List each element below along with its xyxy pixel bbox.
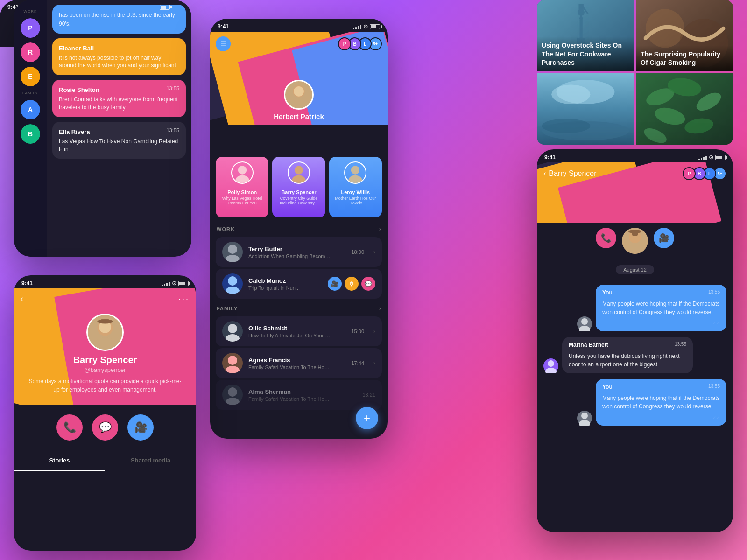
svg-point-16 xyxy=(226,366,240,373)
work-arrow[interactable]: › xyxy=(379,226,381,232)
message-bubble-1[interactable]: Eleanor Ball It is not always possible t… xyxy=(52,38,186,76)
message-list-container: WORK P R E FAMILY A B has been on the ri… xyxy=(14,0,191,257)
hero-banner: ☰ P B L 5+ Herbert Patrick xyxy=(210,32,388,125)
tab-stories[interactable]: Stories xyxy=(14,450,105,471)
chat-wifi-icon: ⊙ xyxy=(709,154,713,161)
profile-video-button[interactable]: 🎥 xyxy=(127,414,154,441)
menu-button[interactable]: ☰ xyxy=(216,36,231,51)
stack-avatar-1[interactable]: P xyxy=(338,37,351,50)
message-text-0: has been on the rise in the U.S. since t… xyxy=(59,12,175,27)
message-text-1: It is not always possible to jet off hal… xyxy=(59,54,179,70)
contact-agnes-francis[interactable]: Agnes Francis Family Safari Vacation To … xyxy=(216,348,382,378)
message-sender-1: Eleanor Ball xyxy=(59,45,94,52)
hero-name: Herbert Patrick xyxy=(274,112,324,120)
news-title-0: Using Overstock Sites On The Net For Coo… xyxy=(542,41,629,67)
svg-point-15 xyxy=(228,356,237,365)
contact-info-caleb: Caleb Munoz Trip To Iqaluit In Nun... xyxy=(248,277,322,291)
avatar-5[interactable]: B xyxy=(21,124,40,144)
contact-name-agnes: Agnes Francis xyxy=(248,357,345,364)
agnes-arrow[interactable]: › xyxy=(374,360,375,366)
terry-arrow[interactable]: › xyxy=(374,249,375,255)
story-name-2: Leroy Willis xyxy=(333,189,378,195)
svg-point-3 xyxy=(238,166,246,174)
chat-signal-icon xyxy=(698,155,707,160)
chat-msg-0: You 13:55 Many people were hoping that i… xyxy=(543,285,726,331)
contact-msg-alma: Family Safari Vacation To The Home Of... xyxy=(248,396,332,402)
story-name-1: Barry Spencer xyxy=(276,189,321,195)
contact-caleb-munoz[interactable]: Caleb Munoz Trip To Iqaluit In Nun... 🎥 … xyxy=(216,269,382,299)
news-card-3[interactable] xyxy=(636,73,733,145)
profile-back-button[interactable]: ‹ xyxy=(21,294,23,304)
story-desc-2: Mother Earth Hos Our Travels xyxy=(333,196,378,205)
story-avatar-0 xyxy=(231,161,254,184)
contact-avatar-agnes xyxy=(222,353,243,373)
message-bubble-3[interactable]: Ella Rivera 13:55 Las Vegas How To Have … xyxy=(52,122,186,159)
caleb-actions: 🎥 🎙 💬 xyxy=(328,277,375,291)
contact-info-agnes: Agnes Francis Family Safari Vacation To … xyxy=(248,357,345,370)
battery-icon xyxy=(370,24,380,29)
profile-call-button[interactable]: 📞 xyxy=(56,414,83,441)
chat-back-button[interactable]: ‹ Barry Spencer xyxy=(543,169,597,178)
chat-msg-2: You 13:55 Many people were hoping that i… xyxy=(543,379,726,426)
avatar-3[interactable]: E xyxy=(21,67,40,86)
contact-msg-caleb: Trip To Iqaluit In Nun... xyxy=(248,285,322,291)
news-card-1[interactable]: The Surprising Popularity Of Cigar Smoki… xyxy=(636,0,733,71)
message-text-2: Brent Conrad talks with everyone from, f… xyxy=(59,96,179,112)
svg-point-7 xyxy=(351,166,359,174)
status-time: 9:41 xyxy=(218,23,229,30)
profile-handle: @barryspencer xyxy=(84,366,126,373)
chat-hero: ‹ Barry Spencer P B L 5+ xyxy=(537,162,733,223)
news-card-2[interactable] xyxy=(537,73,634,145)
svg-point-54 xyxy=(548,360,554,367)
avatar-stack: P B L 5+ xyxy=(341,37,382,50)
mic-action-caleb[interactable]: 🎙 xyxy=(345,277,359,291)
hero-content: Herbert Patrick xyxy=(210,80,388,125)
chat-messages: You 13:55 Many people were hoping that i… xyxy=(537,281,733,429)
contact-name-ollie: Ollie Schmidt xyxy=(248,325,345,332)
svg-point-6 xyxy=(292,175,305,184)
chat-stack-1[interactable]: P xyxy=(683,167,696,180)
contact-alma-sherman[interactable]: Alma Sherman Family Safari Vacation To T… xyxy=(216,380,382,410)
contact-terry-butler[interactable]: Terry Butler Addiction When Gambling Bec… xyxy=(216,237,382,267)
svg-point-40 xyxy=(542,119,590,133)
call-phone-button[interactable]: 📞 xyxy=(596,228,616,248)
news-overlay-0: Using Overstock Sites On The Net For Coo… xyxy=(537,36,634,71)
family-arrow[interactable]: › xyxy=(379,305,381,312)
phone-profile: 9:41 ⊙ ‹ ··· xyxy=(14,275,196,551)
profile-name: Barry Spencer xyxy=(73,355,137,365)
chat-bubble-1: Martha Barnett 13:55 Unless you have the… xyxy=(562,337,693,373)
chat-action-caleb[interactable]: 💬 xyxy=(361,277,375,291)
story-card-1[interactable]: Barry Spencer Coventry City Guide Includ… xyxy=(272,157,325,217)
ollie-arrow[interactable]: › xyxy=(374,328,375,335)
avatar-4[interactable]: A xyxy=(21,100,40,119)
profile-header: ‹ ··· Barry Spencer @barryspencer Some d… xyxy=(14,288,196,405)
news-card-0[interactable]: Using Overstock Sites On The Net For Coo… xyxy=(537,0,634,71)
bubble-time-2: 13:55 xyxy=(708,384,720,392)
avatar-1[interactable]: P xyxy=(21,18,40,38)
contact-time-terry: 18:00 xyxy=(351,249,364,255)
video-action-caleb[interactable]: 🎥 xyxy=(328,277,342,291)
tab-shared-media[interactable]: Shared media xyxy=(105,450,196,471)
svg-point-13 xyxy=(228,324,237,333)
family-section-header: FAMILY › xyxy=(210,301,388,315)
svg-point-5 xyxy=(295,166,303,174)
profile-signal-icon xyxy=(162,281,170,286)
call-video-button[interactable]: 🎥 xyxy=(654,228,674,248)
date-row: August 12 xyxy=(537,261,733,278)
profile-more-button[interactable]: ··· xyxy=(178,294,190,304)
story-card-0[interactable]: Polly Simon Why Las Vegas Hotel Rooms Fo… xyxy=(216,157,268,217)
message-bubble-2[interactable]: Rosie Shelton 13:55 Brent Conrad talks w… xyxy=(52,80,186,117)
chat-msg-1: Martha Barnett 13:55 Unless you have the… xyxy=(543,337,726,373)
svg-point-49 xyxy=(626,244,644,254)
contact-avatar-caleb xyxy=(222,273,243,294)
fab-button[interactable]: + xyxy=(356,407,378,429)
work-label: WORK xyxy=(24,9,37,14)
contact-avatar-ollie xyxy=(222,321,243,342)
status-icons: ⊙ xyxy=(353,23,380,30)
profile-actions: 📞 💬 🎥 xyxy=(14,405,196,441)
profile-chat-button[interactable]: 💬 xyxy=(92,414,118,441)
contact-ollie-schmidt[interactable]: Ollie Schmidt How To Fly A Private Jet O… xyxy=(216,316,382,346)
story-card-2[interactable]: Leroy Willis Mother Earth Hos Our Travel… xyxy=(329,157,382,217)
svg-point-57 xyxy=(579,420,590,426)
avatar-2[interactable]: R xyxy=(21,42,40,62)
